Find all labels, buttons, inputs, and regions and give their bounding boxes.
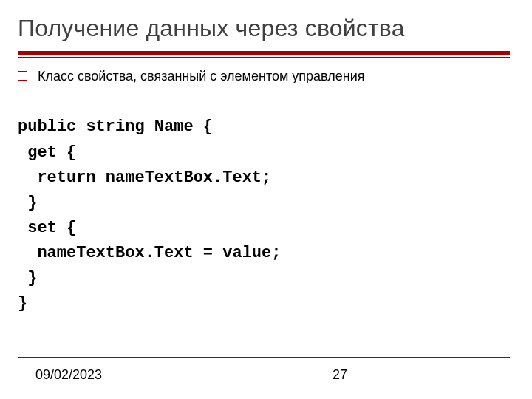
code-line: }: [18, 194, 37, 212]
footer-date: 09/02/2023: [35, 367, 102, 383]
code-line: return nameTextBox.Text;: [18, 168, 271, 187]
code-line: set {: [18, 219, 76, 237]
title-divider-thick: [18, 51, 510, 55]
code-line: }: [18, 269, 37, 287]
bullet-item: Класс свойства, связанный с элементом уп…: [18, 68, 510, 85]
code-line: nameTextBox.Text = value;: [18, 244, 281, 262]
code-line: get {: [18, 143, 76, 162]
slide: Получение данных через свойства Класс св…: [0, 0, 532, 399]
code-line: }: [18, 294, 27, 313]
square-bullet-icon: [18, 71, 27, 81]
footer-divider: [18, 357, 510, 358]
bullet-text: Класс свойства, связанный с элементом уп…: [38, 68, 365, 85]
slide-body: Класс свойства, связанный с элементом уп…: [0, 58, 532, 341]
footer-page-number: 27: [332, 367, 347, 383]
code-line: public string Name {: [18, 117, 213, 136]
slide-title: Получение данных через свойства: [0, 0, 532, 47]
code-block: public string Name { get { return nameTe…: [18, 89, 510, 341]
